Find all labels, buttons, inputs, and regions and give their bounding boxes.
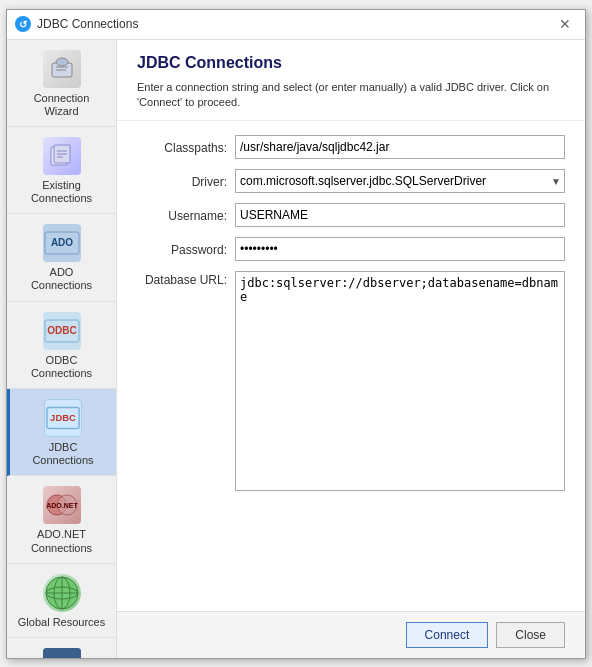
close-button[interactable]: Close	[496, 622, 565, 648]
sidebar: ConnectionWizard ExistingConn	[7, 40, 117, 658]
sidebar-item-label-wizard: ConnectionWizard	[34, 92, 90, 118]
password-row: Password:	[137, 237, 565, 261]
page-title: JDBC Connections	[137, 54, 565, 72]
password-input[interactable]	[235, 237, 565, 261]
sidebar-item-odbc-connections[interactable]: ODBC ODBCConnections	[7, 302, 116, 389]
wizard-icon	[43, 50, 81, 88]
main-panel: JDBC Connections Enter a connection stri…	[117, 40, 585, 658]
username-input[interactable]	[235, 203, 565, 227]
driver-select-wrapper: com.microsoft.sqlserver.jdbc.SQLServerDr…	[235, 169, 565, 193]
classpaths-input[interactable]	[235, 135, 565, 159]
title-bar-left: ↺ JDBC Connections	[15, 16, 138, 32]
classpaths-label: Classpaths:	[137, 139, 227, 155]
svg-text:JDBC: JDBC	[50, 412, 76, 423]
classpaths-row: Classpaths:	[137, 135, 565, 159]
sidebar-item-label-adonet: ADO.NETConnections	[31, 528, 92, 554]
ado-icon: ADO	[43, 224, 81, 262]
database-url-input[interactable]: jdbc:sqlserver://dbserver;databasename=d…	[235, 271, 565, 491]
sidebar-item-global-resources[interactable]: Global Resources	[7, 564, 116, 638]
driver-label: Driver:	[137, 173, 227, 189]
postgres-icon: POST GRES	[43, 648, 81, 658]
adonet-icon: ADO.NET	[43, 486, 81, 524]
sidebar-item-ado-connections[interactable]: ADO ADOConnections	[7, 214, 116, 301]
sidebar-item-label-jdbc: JDBCConnections	[32, 441, 93, 467]
sidebar-item-existing-connections[interactable]: ExistingConnections	[7, 127, 116, 214]
svg-text:ADO: ADO	[50, 237, 72, 248]
global-icon	[43, 574, 81, 612]
sidebar-item-jdbc-connections[interactable]: JDBC JDBCConnections	[7, 389, 116, 476]
username-label: Username:	[137, 207, 227, 223]
sidebar-item-label-existing: ExistingConnections	[31, 179, 92, 205]
username-row: Username:	[137, 203, 565, 227]
bottom-buttons: Connect Close	[117, 611, 585, 658]
title-bar-text: JDBC Connections	[37, 17, 138, 31]
svg-text:POST: POST	[51, 657, 73, 658]
odbc-icon: ODBC	[43, 312, 81, 350]
content-area: ConnectionWizard ExistingConn	[7, 40, 585, 658]
form-area: Classpaths: Driver: com.microsoft.sqlser…	[117, 121, 585, 610]
driver-select[interactable]: com.microsoft.sqlserver.jdbc.SQLServerDr…	[235, 169, 565, 193]
connect-button[interactable]: Connect	[406, 622, 489, 648]
sidebar-item-label-odbc: ODBCConnections	[31, 354, 92, 380]
svg-point-1	[56, 58, 68, 66]
existing-icon	[43, 137, 81, 175]
svg-text:ODBC: ODBC	[47, 325, 76, 336]
main-dialog: ↺ JDBC Connections ✕	[6, 9, 586, 659]
main-header: JDBC Connections Enter a connection stri…	[117, 40, 585, 122]
database-url-row: Database URL: jdbc:sqlserver://dbserver;…	[137, 271, 565, 491]
title-bar: ↺ JDBC Connections ✕	[7, 10, 585, 40]
svg-text:ADO.NET: ADO.NET	[46, 502, 78, 509]
sidebar-item-connection-wizard[interactable]: ConnectionWizard	[7, 40, 116, 127]
sidebar-item-postgresql-connections[interactable]: POST GRES PostgreSQLConnections	[7, 638, 116, 658]
driver-row: Driver: com.microsoft.sqlserver.jdbc.SQL…	[137, 169, 565, 193]
sidebar-item-label-global: Global Resources	[18, 616, 105, 629]
app-icon: ↺	[15, 16, 31, 32]
jdbc-icon: JDBC	[44, 399, 82, 437]
sidebar-item-label-ado: ADOConnections	[31, 266, 92, 292]
sidebar-item-adonet-connections[interactable]: ADO.NET ADO.NETConnections	[7, 476, 116, 563]
password-label: Password:	[137, 241, 227, 257]
close-icon[interactable]: ✕	[553, 15, 577, 33]
page-description: Enter a connection string and select (or…	[137, 80, 565, 111]
database-url-label: Database URL:	[137, 271, 227, 287]
